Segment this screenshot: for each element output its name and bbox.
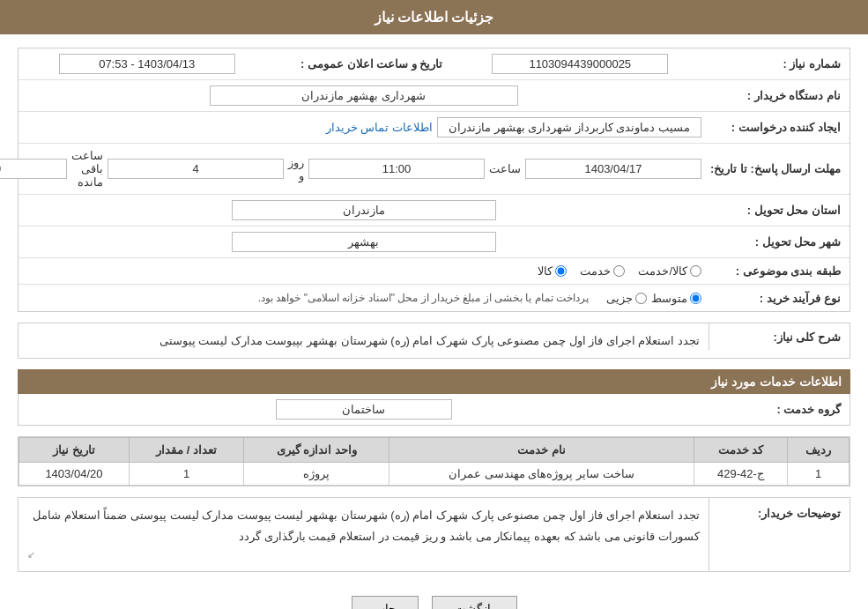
process-note: پرداخت تمام یا بخشی از مبلغ خریدار از مح… xyxy=(258,292,589,304)
buyer-name-label: نام دستگاه خریدار : xyxy=(708,85,849,106)
deadline-time: 11:00 xyxy=(308,159,485,179)
col-header-date: تاریخ نیاز xyxy=(19,438,130,463)
deadline-date: 1403/04/17 xyxy=(525,159,701,179)
action-buttons: بازگشت چاپ xyxy=(18,583,850,609)
request-number-value: 1103094439000025 xyxy=(492,54,668,74)
creator-value: مسیب دماوندی کاربرداز شهرداری بهشهر مازن… xyxy=(437,117,701,137)
description-label: شرح کلی نیاز: xyxy=(708,323,849,351)
category-label: طبقه بندی موضوعی : xyxy=(708,261,849,281)
service-group-value: ساختمان xyxy=(276,399,452,420)
announce-label: تاریخ و ساعت اعلان عمومی : xyxy=(276,54,452,74)
category-option-kala[interactable]: کالا xyxy=(538,264,567,278)
category-radio-group: کالا/خدمت خدمت کالا xyxy=(19,261,708,281)
category-option-kala-khedmat[interactable]: کالا/خدمت xyxy=(638,264,701,278)
buyer-name-value: شهرداری بهشهر مازندران xyxy=(210,85,518,106)
service-group-section: گروه خدمت : ساختمان xyxy=(18,394,850,426)
process-option-jozii[interactable]: جزیی xyxy=(606,292,647,305)
category-option-khedmat[interactable]: خدمت xyxy=(580,264,625,278)
buyer-notes-text: تجدد استعلام اجرای فاز اول چمن مصنوعی پا… xyxy=(33,509,700,542)
buyer-notes-label: توضیحات خریدار: xyxy=(708,498,849,571)
table-row: 1ج-42-429ساخت سایر پروژه‌های مهندسی عمرا… xyxy=(19,463,849,486)
description-value: تجدد استعلام اجرای فاز اول چمن مصنوعی پا… xyxy=(19,323,708,358)
print-button[interactable]: چاپ xyxy=(352,596,419,609)
service-info-title: اطلاعات خدمات مورد نیاز xyxy=(18,369,850,394)
services-table: ردیف کد خدمت نام خدمت واحد اندازه گیری ت… xyxy=(19,437,849,486)
city-value: بهشهر xyxy=(232,232,496,252)
process-option-motavasset[interactable]: متوسط xyxy=(651,292,701,305)
process-label: نوع فرآیند خرید : xyxy=(708,288,849,308)
deadline-days-label: روز و xyxy=(288,156,304,182)
deadline-time-label: ساعت xyxy=(489,162,521,175)
announce-value: 1403/04/13 - 07:53 xyxy=(59,54,235,74)
city-label: شهر محل تحویل : xyxy=(708,232,849,252)
col-header-code: کد خدمت xyxy=(694,438,787,463)
creator-link[interactable]: اطلاعات تماس خریدار xyxy=(326,121,433,134)
deadline-label: مهلت ارسال پاسخ: تا تاریخ: xyxy=(708,159,849,179)
cell-quantity: 1 xyxy=(129,463,244,486)
cell-code: ج-42-429 xyxy=(694,463,787,486)
deadline-remaining-label: ساعت باقی مانده xyxy=(71,149,103,189)
province-value: مازندران xyxy=(232,200,496,220)
creator-label: ایجاد کننده درخواست : xyxy=(708,117,849,137)
buyer-notes-content: تجدد استعلام اجرای فاز اول چمن مصنوعی پا… xyxy=(19,498,708,571)
request-number-label: شماره نیاز : xyxy=(708,54,849,74)
deadline-remaining: 02:47:39 xyxy=(0,159,67,179)
description-section: شرح کلی نیاز: تجدد استعلام اجرای فاز اول… xyxy=(18,323,850,359)
cell-name: ساخت سایر پروژه‌های مهندسی عمران xyxy=(389,463,694,486)
cell-date: 1403/04/20 xyxy=(19,463,130,486)
service-group-label: گروه خدمت : xyxy=(708,399,849,420)
services-table-section: ردیف کد خدمت نام خدمت واحد اندازه گیری ت… xyxy=(18,436,850,486)
cell-row: 1 xyxy=(788,463,849,486)
cell-unit: پروژه xyxy=(244,463,389,486)
col-header-qty: تعداد / مقدار xyxy=(129,438,244,463)
page-title: جزئیات اطلاعات نیاز xyxy=(375,10,494,25)
deadline-days: 4 xyxy=(108,159,284,179)
col-header-row: ردیف xyxy=(788,438,849,463)
buyer-notes-section: توضیحات خریدار: تجدد استعلام اجرای فاز ا… xyxy=(18,497,850,572)
col-header-unit: واحد اندازه گیری xyxy=(244,438,389,463)
province-label: استان محل تحویل : xyxy=(708,200,849,220)
page-header: جزئیات اطلاعات نیاز xyxy=(0,0,868,34)
back-button[interactable]: بازگشت xyxy=(432,596,517,609)
col-header-name: نام خدمت xyxy=(389,438,694,463)
